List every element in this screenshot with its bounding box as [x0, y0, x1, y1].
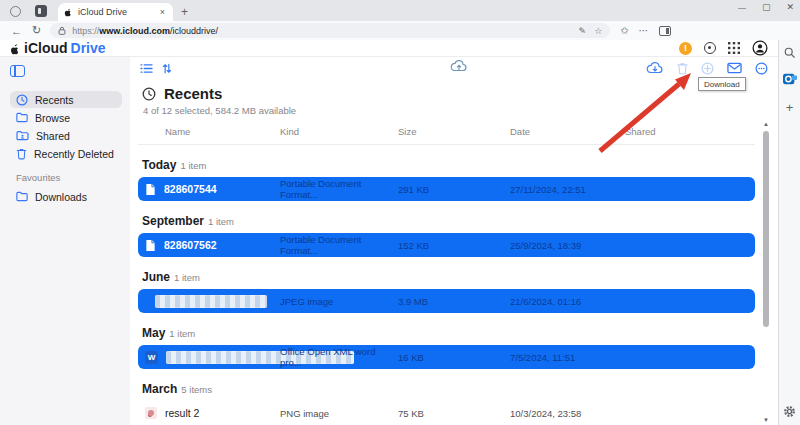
refresh-icon[interactable]: ↻ — [32, 24, 41, 37]
icloud-drive-logo[interactable]: iCloud Drive — [10, 40, 106, 56]
page-title: Recents — [164, 85, 222, 102]
account-avatar[interactable] — [752, 40, 768, 56]
sidebar-item-label: Recents — [35, 94, 74, 106]
mail-icon[interactable] — [727, 62, 742, 74]
word-file-icon: W — [145, 351, 158, 364]
browser-hub-icon[interactable] — [8, 4, 22, 18]
sidebar-item-browse[interactable]: Browse — [10, 109, 122, 126]
sidebar-item-label: Downloads — [35, 191, 87, 203]
window-maximize-button[interactable]: ▢ — [762, 2, 771, 12]
upload-icon[interactable] — [450, 59, 468, 73]
main-content: Recents 4 of 12 selected, 584.2 MB avail… — [130, 57, 778, 425]
content-scrollbar[interactable]: ▲ ▼ — [762, 121, 770, 423]
search-icon[interactable] — [784, 47, 795, 58]
sidebar-item-downloads[interactable]: Downloads — [10, 188, 122, 205]
download-icon[interactable] — [646, 61, 664, 75]
sort-icon[interactable] — [162, 63, 172, 74]
document-icon — [145, 239, 156, 252]
browser-tab[interactable]: iCloud Drive × — [58, 3, 173, 21]
sidebar-toggle-icon[interactable] — [10, 65, 25, 77]
split-screen-icon[interactable] — [659, 26, 671, 36]
sidebar-item-recently-deleted[interactable]: Recently Deleted — [10, 145, 122, 162]
column-size[interactable]: Size — [398, 126, 510, 137]
drive-toolbar — [130, 57, 778, 79]
new-tab-button[interactable]: + — [181, 5, 188, 19]
table-row[interactable]: 828607562 Portable Document Format... 15… — [138, 233, 755, 257]
download-tooltip: Download — [698, 77, 746, 91]
section-heading: March5 items — [142, 382, 778, 396]
account-alert-badge[interactable]: ! — [679, 42, 692, 55]
workspaces-icon[interactable] — [34, 4, 48, 18]
scrollbar-thumb[interactable] — [763, 131, 769, 327]
table-row[interactable]: JPEG image 3.9 MB 21/6/2024, 01:16 — [138, 289, 755, 313]
apple-favicon — [64, 7, 73, 17]
table-row[interactable]: W Office Open XML word pro... 16 KB 7/5/… — [138, 345, 755, 369]
pen-icon[interactable]: ✎ — [579, 26, 587, 36]
folder-icon — [16, 191, 28, 202]
sidebar: Recents Browse Shared Recently Deleted F… — [0, 57, 130, 425]
lock-icon — [58, 26, 66, 35]
gear-icon[interactable] — [783, 405, 796, 418]
tab-close-icon[interactable]: × — [158, 7, 167, 17]
add-sidebar-item-icon[interactable]: + — [786, 100, 794, 115]
table-header: Name Kind Size Date Shared — [138, 126, 755, 145]
folder-icon — [16, 112, 28, 123]
collections-icon[interactable]: ✩ — [620, 25, 628, 36]
browser-tab-strip: iCloud Drive × + — ▢ ✕ — [0, 0, 800, 21]
share-icon[interactable] — [701, 62, 714, 75]
image-file-icon — [145, 407, 157, 419]
url-text: https://www.icloud.com/iclouddrive/ — [72, 26, 570, 36]
favorites-star-icon[interactable]: ☆ — [594, 26, 602, 36]
more-icon[interactable] — [755, 62, 768, 75]
sidebar-item-recents[interactable]: Recents — [10, 91, 122, 108]
window-close-button[interactable]: ✕ — [786, 2, 794, 12]
sidebar-item-label: Recently Deleted — [34, 148, 114, 160]
edge-sidebar: + — [778, 40, 800, 425]
column-date[interactable]: Date — [510, 126, 625, 137]
column-name[interactable]: Name — [138, 126, 280, 137]
back-icon[interactable]: ← — [11, 25, 22, 37]
trash-icon — [16, 148, 27, 160]
redacted-file-name — [155, 295, 267, 308]
customize-icon[interactable] — [704, 42, 716, 54]
sidebar-item-shared[interactable]: Shared — [10, 127, 122, 144]
sidebar-item-label: Shared — [36, 130, 70, 142]
section-heading: June1 item — [142, 270, 778, 284]
browser-address-bar: ← ↻ https://www.icloud.com/iclouddrive/ … — [0, 21, 800, 40]
column-kind[interactable]: Kind — [280, 126, 398, 137]
section-heading: May1 item — [142, 326, 778, 340]
document-icon — [145, 183, 156, 196]
window-minimize-button[interactable]: — — [738, 3, 746, 12]
scroll-down-icon[interactable]: ▼ — [762, 417, 770, 423]
delete-icon[interactable] — [677, 62, 688, 75]
list-view-icon[interactable] — [140, 63, 153, 74]
outlook-icon[interactable] — [783, 72, 797, 86]
table-row[interactable]: 828607544 Portable Document Format... 29… — [138, 177, 755, 201]
apps-grid-icon[interactable] — [728, 42, 740, 54]
apple-logo-icon — [10, 42, 21, 55]
table-row[interactable]: result 2 PNG image 75 KB 10/3/2024, 23:5… — [138, 401, 755, 425]
recents-clock-icon — [142, 87, 156, 101]
column-shared[interactable]: Shared — [625, 126, 755, 137]
selection-status: 4 of 12 selected, 584.2 MB available — [143, 105, 778, 116]
sidebar-item-label: Browse — [35, 112, 70, 124]
url-field[interactable]: https://www.icloud.com/iclouddrive/ ✎ ☆ — [50, 23, 610, 38]
icloud-header: iCloud Drive ! — [0, 40, 778, 57]
file-list: Today1 item 828607544 Portable Document … — [130, 145, 778, 425]
shared-folder-icon — [16, 130, 29, 141]
clock-icon — [16, 94, 28, 106]
section-heading: September1 item — [142, 214, 778, 228]
tab-title: iCloud Drive — [78, 7, 158, 17]
sidebar-section-favourites: Favourites — [16, 172, 122, 183]
section-heading: Today1 item — [142, 158, 778, 172]
scroll-up-icon[interactable]: ▲ — [762, 121, 770, 127]
browser-menu-icon[interactable]: ⋯ — [639, 25, 649, 36]
